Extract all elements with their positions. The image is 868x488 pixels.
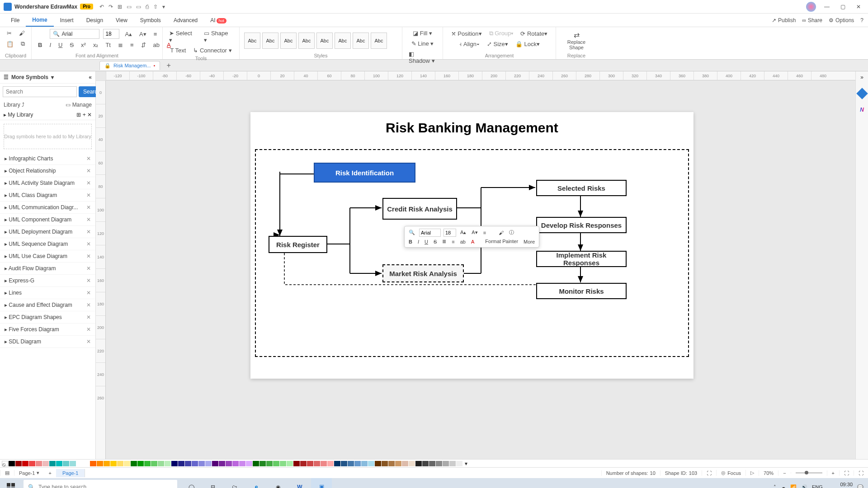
- category-close-icon[interactable]: ✕: [86, 204, 91, 211]
- node-develop-responses[interactable]: Develop Risk Responses: [536, 217, 627, 233]
- shadow-button[interactable]: ◧ Shadow ▾: [407, 50, 438, 65]
- sidebar-category[interactable]: ▸ SDL Diagram✕: [0, 336, 95, 348]
- category-close-icon[interactable]: ✕: [86, 180, 91, 186]
- mini-search-icon[interactable]: 🔍: [407, 229, 416, 236]
- mini-font-size[interactable]: [443, 229, 456, 237]
- page[interactable]: Risk Banking Management: [250, 112, 693, 379]
- taskbar-search[interactable]: 🔍 Type here to search: [24, 480, 177, 488]
- mini-inc-font[interactable]: A▴: [459, 229, 467, 236]
- page-view-icon[interactable]: ▤: [0, 470, 14, 476]
- tray-language[interactable]: ENG: [812, 484, 823, 488]
- color-more-button[interactable]: ▾: [465, 460, 467, 467]
- node-credit-risk[interactable]: Credit Risk Analysis: [382, 198, 457, 220]
- color-swatch[interactable]: [415, 461, 422, 466]
- menu-view[interactable]: View: [109, 14, 134, 26]
- group-button[interactable]: ⧉ Group▾: [487, 29, 515, 38]
- symbol-search-input[interactable]: [3, 86, 77, 97]
- color-swatch[interactable]: [97, 461, 103, 466]
- help-button[interactable]: ?: [860, 17, 863, 23]
- color-swatch[interactable]: [456, 461, 462, 466]
- line-button[interactable]: ✎ Line ▾: [410, 39, 436, 48]
- color-swatch[interactable]: [198, 461, 205, 466]
- mini-format-painter[interactable]: Format Painter: [484, 238, 519, 245]
- color-swatch[interactable]: [151, 461, 157, 466]
- color-swatch[interactable]: [382, 461, 388, 466]
- numbering-button[interactable]: ≡: [128, 41, 136, 49]
- copy-button[interactable]: ⧉: [19, 39, 27, 48]
- color-swatch[interactable]: [49, 461, 56, 466]
- print-button[interactable]: ⎙: [146, 4, 149, 10]
- color-swatch[interactable]: [205, 461, 212, 466]
- cortana-icon[interactable]: ◯: [181, 478, 202, 488]
- color-swatch[interactable]: [293, 461, 300, 466]
- color-swatch[interactable]: [90, 461, 96, 466]
- color-swatch[interactable]: [131, 461, 137, 466]
- color-swatch[interactable]: [110, 461, 117, 466]
- document-tab[interactable]: 🔒 Risk Managem... •: [99, 61, 160, 70]
- color-swatch[interactable]: [280, 461, 286, 466]
- color-swatch[interactable]: [192, 461, 198, 466]
- sidebar-category[interactable]: ▸ Infographic Charts✕: [0, 153, 95, 165]
- mylib-grid-icon[interactable]: ⊞: [76, 112, 81, 118]
- category-close-icon[interactable]: ✕: [86, 155, 91, 162]
- lock-button[interactable]: 🔒 Lock▾: [514, 40, 542, 48]
- sidebar-category[interactable]: ▸ UML Component Diagram✕: [0, 214, 95, 226]
- color-swatch[interactable]: [29, 461, 35, 466]
- color-swatch[interactable]: [307, 461, 313, 466]
- page-tab[interactable]: Page-1: [56, 469, 85, 477]
- replace-shape-button[interactable]: ⇄ Replace Shape: [561, 29, 592, 52]
- align-button[interactable]: ⫞ Align▾: [457, 40, 481, 48]
- style-swatch-7[interactable]: Abc: [353, 33, 369, 49]
- page-selector[interactable]: Page-1 ▾: [14, 470, 44, 476]
- sidebar-category[interactable]: ▸ UML Sequence Diagram✕: [0, 238, 95, 250]
- canvas-viewport[interactable]: Risk Banking Management: [106, 80, 855, 459]
- category-close-icon[interactable]: ✕: [86, 326, 91, 333]
- superscript-button[interactable]: x²: [79, 41, 88, 49]
- word-icon[interactable]: W: [289, 478, 310, 488]
- category-close-icon[interactable]: ✕: [86, 302, 91, 308]
- color-swatch[interactable]: [287, 461, 293, 466]
- mini-font-color[interactable]: A: [470, 238, 476, 245]
- color-swatch[interactable]: [42, 461, 49, 466]
- mini-more[interactable]: More: [522, 238, 536, 245]
- style-swatch-6[interactable]: Abc: [335, 33, 351, 49]
- decrease-font-button[interactable]: A▾: [137, 30, 148, 38]
- color-swatch[interactable]: [9, 461, 15, 466]
- sidebar-category[interactable]: ▸ Audit Flow Diagram✕: [0, 263, 95, 275]
- color-swatch[interactable]: [375, 461, 381, 466]
- category-close-icon[interactable]: ✕: [86, 192, 91, 198]
- presentation-button[interactable]: ▷: [745, 470, 759, 476]
- color-swatch[interactable]: [388, 461, 395, 466]
- edge-icon[interactable]: e: [246, 478, 267, 488]
- font-size-input[interactable]: [103, 29, 119, 39]
- node-risk-register[interactable]: Risk Register: [269, 236, 327, 253]
- color-swatch[interactable]: [70, 461, 76, 466]
- color-swatch[interactable]: [219, 461, 225, 466]
- node-implement-responses[interactable]: Implement Risk Responses: [536, 251, 627, 267]
- add-document-tab[interactable]: +: [163, 61, 174, 70]
- focus-button[interactable]: ◎ Focus: [716, 470, 745, 476]
- fullscreen-2-button[interactable]: ⛶: [854, 470, 868, 476]
- user-avatar[interactable]: [806, 2, 816, 12]
- category-close-icon[interactable]: ✕: [86, 338, 91, 345]
- color-swatch[interactable]: [212, 461, 218, 466]
- line-spacing-button[interactable]: ⇵: [139, 41, 148, 49]
- color-swatch[interactable]: [76, 461, 83, 466]
- menu-home[interactable]: Home: [26, 14, 53, 27]
- color-swatch[interactable]: [327, 461, 334, 466]
- right-diamond-icon[interactable]: [856, 88, 868, 99]
- menu-ai[interactable]: AIhot: [204, 14, 233, 26]
- mini-bold[interactable]: B: [407, 238, 414, 245]
- sidebar-category[interactable]: ▸ Cause and Effect Diagram✕: [0, 299, 95, 311]
- color-swatch[interactable]: [443, 461, 449, 466]
- floating-format-toolbar[interactable]: 🔍 A▴ A▾ ≡ 🖌 ⓘ B I U S: [404, 226, 539, 248]
- zoom-out-button[interactable]: −: [778, 470, 790, 476]
- sidebar-category[interactable]: ▸ EPC Diagram Shapes✕: [0, 311, 95, 324]
- color-swatch[interactable]: [368, 461, 374, 466]
- tray-clock[interactable]: 09:3014-10-2023: [827, 482, 853, 488]
- category-close-icon[interactable]: ✕: [86, 168, 91, 174]
- shape-tool[interactable]: ▭ Shape ▾: [202, 29, 235, 44]
- node-risk-identification[interactable]: Risk Identification: [314, 163, 415, 183]
- color-swatch[interactable]: [273, 461, 279, 466]
- style-swatch-2[interactable]: Abc: [262, 33, 278, 49]
